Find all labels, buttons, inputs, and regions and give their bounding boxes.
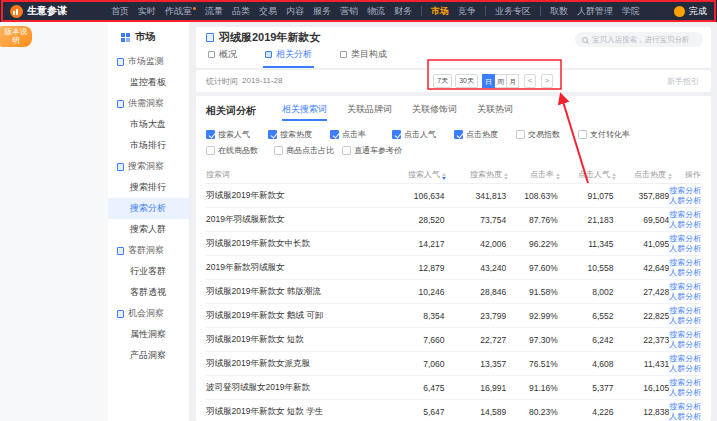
filter-直通车参考价[interactable]: 直通车参考价 [342, 145, 410, 156]
subtab-关联修饰词[interactable]: 关联修饰词 [412, 103, 457, 121]
filter-支付转化率[interactable]: 支付转化率 [578, 129, 640, 140]
action-人群分析[interactable]: 人群分析 [669, 268, 701, 278]
action-人群分析[interactable]: 人群分析 [669, 364, 701, 374]
checkbox-icon[interactable] [268, 130, 277, 139]
sidebar-group-客群洞察[interactable]: 客群洞察 [108, 240, 189, 261]
sidebar-item-监控看板[interactable]: 监控看板 [108, 72, 189, 93]
action-人群分析[interactable]: 人群分析 [669, 196, 701, 206]
action-人群分析[interactable]: 人群分析 [669, 388, 701, 398]
action-人群分析[interactable]: 人群分析 [669, 220, 701, 230]
nav-item-人群管理[interactable]: 人群管理 [577, 5, 613, 18]
column-header-搜索热度[interactable]: 搜索热度 [446, 169, 508, 180]
checkbox-icon[interactable] [330, 130, 339, 139]
nav-item-品类[interactable]: 品类 [232, 5, 250, 18]
tab-类目构成[interactable]: 类目构成 [338, 46, 389, 68]
metric-value: 91,075 [558, 191, 614, 201]
filter-搜索热度[interactable]: 搜索热度 [268, 129, 330, 140]
guide-link[interactable]: 新手指引 [667, 76, 699, 87]
checkbox-icon[interactable] [274, 146, 283, 155]
range-button-7天[interactable]: 7天 [433, 74, 452, 88]
search-input[interactable]: 宝贝入店搜索，进行宝贝分析 [575, 32, 703, 47]
range-button-30天[interactable]: 30天 [455, 74, 478, 88]
action-搜索分析[interactable]: 搜索分析 [669, 306, 701, 316]
tab-概况[interactable]: 概况 [206, 46, 239, 68]
nav-item-交易[interactable]: 交易 [259, 5, 277, 18]
column-header-搜索人气[interactable]: 搜索人气 [384, 169, 446, 180]
action-人群分析[interactable]: 人群分析 [669, 316, 701, 326]
sidebar-item-客群透视[interactable]: 客群透视 [108, 282, 189, 303]
metric-filters: 搜索人气搜索热度点击率点击人气点击热度交易指数支付转化率 在线商品数商品点击占比… [206, 129, 701, 161]
filter-搜索人气[interactable]: 搜索人气 [206, 129, 268, 140]
action-人群分析[interactable]: 人群分析 [669, 412, 701, 421]
sidebar-group-搜索洞察[interactable]: 搜索洞察 [108, 156, 189, 177]
sidebar-item-搜索人群[interactable]: 搜索人群 [108, 219, 189, 240]
filter-点击人气[interactable]: 点击人气 [392, 129, 454, 140]
checkbox-icon[interactable] [454, 130, 463, 139]
filter-交易指数[interactable]: 交易指数 [516, 129, 578, 140]
action-搜索分析[interactable]: 搜索分析 [669, 282, 701, 292]
action-搜索分析[interactable]: 搜索分析 [669, 234, 701, 244]
filter-点击热度[interactable]: 点击热度 [454, 129, 516, 140]
prev-date-button[interactable]: < [524, 74, 536, 88]
column-header-点击人气[interactable]: 点击人气 [560, 169, 616, 180]
nav-item-财务[interactable]: 财务 [394, 5, 412, 18]
nav-item-营销[interactable]: 营销 [340, 5, 358, 18]
sidebar-item-产品洞察[interactable]: 产品洞察 [108, 345, 189, 366]
action-搜索分析[interactable]: 搜索分析 [669, 186, 701, 196]
checkbox-icon[interactable] [342, 146, 351, 155]
checkbox-icon[interactable] [392, 130, 401, 139]
checkbox-icon[interactable] [206, 146, 215, 155]
nav-item-实时[interactable]: 实时 [138, 5, 156, 18]
subtab-相关搜索词[interactable]: 相关搜索词 [282, 103, 327, 121]
sidebar-item-搜索排行[interactable]: 搜索排行 [108, 177, 189, 198]
sidebar-item-市场排行[interactable]: 市场排行 [108, 135, 189, 156]
action-搜索分析[interactable]: 搜索分析 [669, 258, 701, 268]
nav-item-竞争[interactable]: 竞争 [458, 5, 476, 18]
nav-item-服务[interactable]: 服务 [313, 5, 331, 18]
nav-item-市场[interactable]: 市场 [431, 5, 449, 18]
sidebar-item-搜索分析[interactable]: 搜索分析 [108, 198, 189, 219]
nav-item-学院[interactable]: 学院 [622, 5, 640, 18]
app-logo[interactable]: 生意参谋 [10, 4, 67, 18]
sort-icon[interactable] [668, 173, 672, 180]
granularity-日[interactable]: 日 [482, 74, 495, 88]
action-人群分析[interactable]: 人群分析 [669, 340, 701, 350]
action-搜索分析[interactable]: 搜索分析 [669, 402, 701, 412]
sidebar-module-header[interactable]: 市场 [108, 28, 189, 51]
granularity-月[interactable]: 月 [506, 74, 519, 88]
sidebar-group-市场监测[interactable]: 市场监测 [108, 51, 189, 72]
checkbox-icon[interactable] [206, 130, 215, 139]
filter-商品点击占比[interactable]: 商品点击占比 [274, 145, 342, 156]
filter-在线商品数[interactable]: 在线商品数 [206, 145, 274, 156]
sidebar-item-行业客群[interactable]: 行业客群 [108, 261, 189, 282]
nav-item-取数[interactable]: 取数 [550, 5, 568, 18]
action-人群分析[interactable]: 人群分析 [669, 244, 701, 254]
action-搜索分析[interactable]: 搜索分析 [669, 378, 701, 388]
nav-item-首页[interactable]: 首页 [111, 5, 129, 18]
checkbox-icon[interactable] [578, 130, 587, 139]
column-header-点击热度[interactable]: 点击热度 [616, 169, 672, 180]
sidebar-item-市场大盘[interactable]: 市场大盘 [108, 114, 189, 135]
version-note-tag[interactable]: 版本说明 [0, 26, 32, 47]
sidebar-group-供需洞察[interactable]: 供需洞察 [108, 93, 189, 114]
nav-item-流量[interactable]: 流量 [205, 5, 223, 18]
nav-item-内容[interactable]: 内容 [286, 5, 304, 18]
tab-相关分析[interactable]: 相关分析 [263, 46, 314, 68]
column-header-点击率[interactable]: 点击率 [508, 169, 560, 180]
action-人群分析[interactable]: 人群分析 [669, 292, 701, 302]
sidebar-item-属性洞察[interactable]: 属性洞察 [108, 324, 189, 345]
sidebar-group-机会洞察[interactable]: 机会洞察 [108, 303, 189, 324]
search-term: 羽绒服2019年新款女 鹅绒 可卸 [206, 310, 383, 322]
nav-item-作战室[interactable]: 作战室 [165, 5, 196, 18]
nav-user[interactable]: 完成 [674, 5, 707, 18]
nav-item-业务专区[interactable]: 业务专区 [495, 5, 531, 18]
subtab-关联品牌词[interactable]: 关联品牌词 [347, 103, 392, 121]
action-搜索分析[interactable]: 搜索分析 [669, 210, 701, 220]
checkbox-icon[interactable] [516, 130, 525, 139]
subtab-关联热词[interactable]: 关联热词 [477, 103, 513, 121]
filter-点击率[interactable]: 点击率 [330, 129, 392, 140]
action-搜索分析[interactable]: 搜索分析 [669, 330, 701, 340]
next-date-button[interactable]: > [541, 74, 553, 88]
action-搜索分析[interactable]: 搜索分析 [669, 354, 701, 364]
nav-item-物流[interactable]: 物流 [367, 5, 385, 18]
